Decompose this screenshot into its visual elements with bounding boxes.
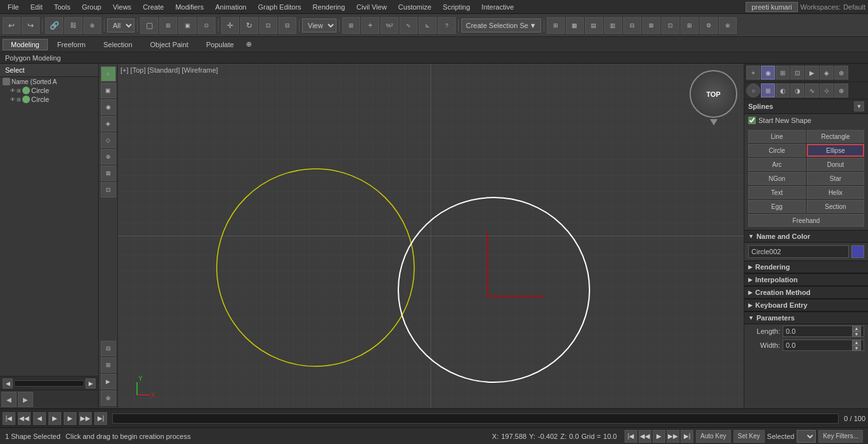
view-dropdown[interactable]: View	[302, 18, 336, 32]
menu-animation[interactable]: Animation	[210, 2, 252, 12]
object-row-circle2[interactable]: 👁 ⊞ Circle	[0, 95, 98, 104]
set-key-button[interactable]: Set Key	[734, 430, 765, 443]
scroll-track[interactable]	[14, 380, 84, 387]
creation-method-header[interactable]: ▶ Creation Method	[744, 286, 868, 299]
undo-button[interactable]: ↩	[3, 17, 20, 34]
object-row-circle1[interactable]: 👁 ⊞ Circle	[0, 86, 98, 95]
vi-bottom-btn2[interactable]: ⊞	[101, 357, 116, 373]
rp-hierarchy-icon[interactable]: ⊡	[790, 66, 804, 80]
ngon-button[interactable]: NGon	[748, 172, 806, 185]
filter-dropdown[interactable]: All	[107, 18, 134, 32]
pb-prev-btn[interactable]: ◀◀	[639, 430, 651, 443]
vi-shapes-btn[interactable]: ◇	[101, 132, 116, 148]
scroll-left-btn[interactable]: ◀	[3, 378, 13, 389]
vi-viewport-btn[interactable]: ▣	[101, 83, 116, 98]
vi-bottom-btn4[interactable]: ⊕	[101, 390, 116, 406]
line-button[interactable]: Line	[748, 130, 806, 143]
rp-utility-icon[interactable]: ⊕	[834, 66, 848, 80]
menu-tools[interactable]: Tools	[49, 2, 76, 12]
tab-modeling[interactable]: Modeling	[3, 39, 48, 50]
extra-btn-2[interactable]: ▦	[566, 17, 584, 34]
pb-end-btn[interactable]: ▶|	[681, 430, 693, 443]
circle-button[interactable]: Circle	[748, 144, 806, 157]
tl-start-btn[interactable]: |◀	[3, 412, 15, 425]
rp-more-icon[interactable]: ⊕	[834, 83, 848, 97]
auto-key-button[interactable]: Auto Key	[696, 430, 731, 443]
donut-button[interactable]: Donut	[807, 158, 864, 171]
menu-create[interactable]: Create	[138, 2, 169, 12]
extra-btn-9[interactable]: ⚙	[700, 17, 718, 34]
unlink-button[interactable]: ⛓	[64, 17, 82, 34]
color-swatch[interactable]	[851, 245, 864, 258]
create-selection-button[interactable]: Create Selection Se ▼	[461, 18, 541, 32]
rendering-header[interactable]: ▶ Rendering	[744, 261, 868, 273]
vi-helper-btn[interactable]: ⊕	[101, 149, 116, 164]
extra-btn-4[interactable]: ▥	[604, 17, 622, 34]
length-spin-down[interactable]: ▼	[852, 331, 861, 337]
scale-button[interactable]: ⊡	[259, 17, 277, 34]
tab-populate[interactable]: Populate	[198, 39, 242, 50]
vi-circle-btn[interactable]: ○	[101, 66, 116, 82]
tl-play-btn[interactable]: ▶	[48, 412, 61, 425]
select-button[interactable]: ▢	[140, 17, 158, 34]
add-tab-button[interactable]: ⊕	[246, 40, 252, 48]
question-button[interactable]: ?	[438, 17, 456, 34]
nav-circle[interactable]: TOP	[690, 70, 737, 118]
ellipse-button[interactable]: Ellipse	[807, 144, 864, 157]
tab-selection[interactable]: Selection	[95, 39, 140, 50]
bind-button[interactable]: ⊕	[83, 17, 101, 34]
tl-prev-btn[interactable]: ◀◀	[18, 412, 31, 425]
rp-cam-icon[interactable]: ◑	[790, 83, 804, 97]
interpolation-header[interactable]: ▶ Interpolation	[744, 273, 868, 286]
menu-graph-editors[interactable]: Graph Editors	[253, 2, 307, 12]
extra-btn-1[interactable]: ⊞	[547, 17, 565, 34]
move-button[interactable]: ✛	[221, 17, 239, 34]
menu-scripting[interactable]: Scripting	[438, 2, 475, 12]
scroll-right-btn[interactable]: ▶	[85, 378, 96, 389]
section-button[interactable]: Section	[807, 200, 864, 213]
tl-next-btn[interactable]: ▶▶	[79, 412, 92, 425]
parameters-header[interactable]: ▼ Parameters	[744, 312, 868, 324]
menu-civil-view[interactable]: Civil View	[351, 2, 391, 12]
key-filters-button[interactable]: Key Filters...	[818, 430, 863, 443]
menu-modifiers[interactable]: Modifiers	[170, 2, 209, 12]
user-button[interactable]: preeti kumari	[746, 2, 798, 12]
width-spin-down[interactable]: ▼	[852, 345, 861, 351]
name-color-header[interactable]: ▼ Name and Color	[744, 230, 868, 243]
tl-prev-frame-btn[interactable]: ◀	[33, 412, 46, 425]
pb-start-btn[interactable]: |◀	[625, 430, 637, 443]
tl-next-frame-btn[interactable]: ▶	[64, 412, 76, 425]
rectangle-button[interactable]: Rectangle	[807, 130, 864, 143]
rp-lamp-icon[interactable]: ◐	[776, 83, 790, 97]
redo-button[interactable]: ↪	[22, 17, 40, 34]
object-name-input[interactable]	[748, 245, 849, 258]
arc-button[interactable]: Arc	[748, 158, 806, 171]
vi-bottom-btn3[interactable]: ▶	[101, 374, 116, 389]
lt-prev-btn[interactable]: ◀	[1, 392, 17, 407]
select-region-button[interactable]: ⊞	[159, 17, 177, 34]
transform-button[interactable]: ⊾	[419, 17, 437, 34]
lt-next-btn[interactable]: ▶	[18, 392, 33, 407]
tab-freeform[interactable]: Freeform	[49, 39, 94, 50]
tl-end-btn[interactable]: ▶|	[94, 412, 107, 425]
plus-button[interactable]: +	[361, 17, 379, 34]
pb-next-btn[interactable]: ▶▶	[667, 430, 679, 443]
selected-dropdown[interactable]	[797, 430, 816, 443]
rp-active-icon[interactable]: ⊠	[761, 83, 775, 97]
curve-button[interactable]: ∿	[400, 17, 417, 34]
percent-button[interactable]: %²	[380, 17, 398, 34]
rotate-button[interactable]: ↻	[240, 17, 258, 34]
extra-btn-7[interactable]: ⊡	[662, 17, 679, 34]
menu-edit[interactable]: Edit	[25, 2, 48, 12]
width-spin-up[interactable]: ▲	[852, 340, 861, 345]
freehand-button[interactable]: Freehand	[748, 214, 864, 227]
width-input[interactable]: 0.0 ▲ ▼	[783, 340, 864, 351]
egg-button[interactable]: Egg	[748, 200, 806, 213]
star-button[interactable]: Star	[807, 172, 864, 185]
extra-btn-5[interactable]: ⊟	[623, 17, 641, 34]
lasso-button[interactable]: ⊙	[198, 17, 215, 34]
menu-interactive[interactable]: Interactive	[477, 2, 519, 12]
extra-btn-3[interactable]: ▤	[585, 17, 603, 34]
extra-btn-8[interactable]: ⊞	[681, 17, 698, 34]
start-new-shape-checkbox[interactable]	[748, 117, 756, 124]
